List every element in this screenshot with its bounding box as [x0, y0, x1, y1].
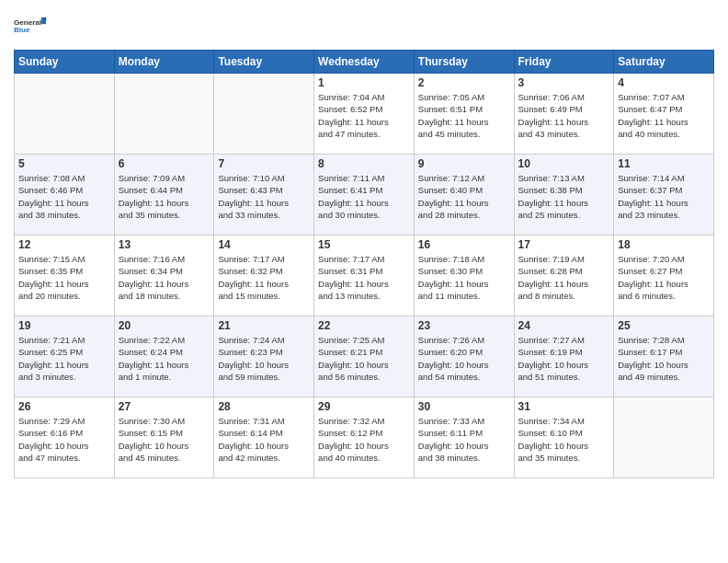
- day-number: 25: [618, 319, 710, 332]
- day-info: Sunrise: 7:34 AM Sunset: 6:10 PM Dayligh…: [518, 415, 610, 464]
- day-number: 26: [18, 400, 110, 413]
- calendar-week-row: 19Sunrise: 7:21 AM Sunset: 6:25 PM Dayli…: [15, 316, 714, 397]
- day-number: 30: [418, 400, 510, 413]
- day-number: 23: [418, 319, 510, 332]
- day-number: 22: [318, 319, 410, 332]
- day-number: 16: [418, 238, 510, 251]
- table-row: 1Sunrise: 7:04 AM Sunset: 6:52 PM Daylig…: [314, 74, 415, 155]
- table-row: 9Sunrise: 7:12 AM Sunset: 6:40 PM Daylig…: [414, 155, 514, 236]
- day-info: Sunrise: 7:04 AM Sunset: 6:52 PM Dayligh…: [318, 91, 410, 140]
- day-info: Sunrise: 7:17 AM Sunset: 6:32 PM Dayligh…: [218, 253, 310, 302]
- header-monday: Monday: [114, 51, 214, 74]
- table-row: 28Sunrise: 7:31 AM Sunset: 6:14 PM Dayli…: [214, 397, 314, 478]
- day-number: 7: [218, 157, 310, 170]
- table-row: [614, 397, 714, 478]
- day-info: Sunrise: 7:30 AM Sunset: 6:15 PM Dayligh…: [119, 415, 210, 464]
- day-number: 5: [18, 157, 110, 170]
- header-saturday: Saturday: [614, 51, 714, 74]
- table-row: 22Sunrise: 7:25 AM Sunset: 6:21 PM Dayli…: [314, 316, 415, 397]
- table-row: 27Sunrise: 7:30 AM Sunset: 6:15 PM Dayli…: [114, 397, 214, 478]
- header-friday: Friday: [514, 51, 614, 74]
- calendar-table: Sunday Monday Tuesday Wednesday Thursday…: [14, 50, 714, 478]
- day-number: 18: [618, 238, 710, 251]
- day-number: 21: [218, 319, 310, 332]
- day-info: Sunrise: 7:26 AM Sunset: 6:20 PM Dayligh…: [418, 334, 510, 383]
- table-row: 8Sunrise: 7:11 AM Sunset: 6:41 PM Daylig…: [314, 155, 415, 236]
- day-info: Sunrise: 7:29 AM Sunset: 6:16 PM Dayligh…: [18, 415, 110, 464]
- header-tuesday: Tuesday: [214, 51, 314, 74]
- calendar-week-row: 1Sunrise: 7:04 AM Sunset: 6:52 PM Daylig…: [15, 74, 714, 155]
- svg-text:General: General: [14, 18, 41, 27]
- day-info: Sunrise: 7:24 AM Sunset: 6:23 PM Dayligh…: [218, 334, 310, 383]
- table-row: 15Sunrise: 7:17 AM Sunset: 6:31 PM Dayli…: [314, 236, 415, 316]
- day-info: Sunrise: 7:15 AM Sunset: 6:35 PM Dayligh…: [18, 253, 110, 302]
- day-number: 2: [418, 76, 510, 89]
- day-info: Sunrise: 7:11 AM Sunset: 6:41 PM Dayligh…: [318, 172, 410, 221]
- day-number: 13: [119, 238, 210, 251]
- day-info: Sunrise: 7:22 AM Sunset: 6:24 PM Dayligh…: [119, 334, 210, 383]
- day-info: Sunrise: 7:13 AM Sunset: 6:38 PM Dayligh…: [518, 172, 610, 221]
- day-info: Sunrise: 7:32 AM Sunset: 6:12 PM Dayligh…: [318, 415, 410, 464]
- table-row: 26Sunrise: 7:29 AM Sunset: 6:16 PM Dayli…: [15, 397, 115, 478]
- day-info: Sunrise: 7:09 AM Sunset: 6:44 PM Dayligh…: [119, 172, 210, 221]
- table-row: 6Sunrise: 7:09 AM Sunset: 6:44 PM Daylig…: [114, 155, 214, 236]
- table-row: 21Sunrise: 7:24 AM Sunset: 6:23 PM Dayli…: [214, 316, 314, 397]
- table-row: 3Sunrise: 7:06 AM Sunset: 6:49 PM Daylig…: [514, 74, 614, 155]
- day-info: Sunrise: 7:31 AM Sunset: 6:14 PM Dayligh…: [218, 415, 310, 464]
- day-number: 12: [18, 238, 110, 251]
- table-row: 23Sunrise: 7:26 AM Sunset: 6:20 PM Dayli…: [414, 316, 514, 397]
- table-row: 5Sunrise: 7:08 AM Sunset: 6:46 PM Daylig…: [15, 155, 115, 236]
- day-number: 9: [418, 157, 510, 170]
- day-number: 20: [119, 319, 210, 332]
- day-number: 28: [218, 400, 310, 413]
- table-row: 12Sunrise: 7:15 AM Sunset: 6:35 PM Dayli…: [15, 236, 115, 316]
- table-row: 18Sunrise: 7:20 AM Sunset: 6:27 PM Dayli…: [614, 236, 714, 316]
- calendar-week-row: 26Sunrise: 7:29 AM Sunset: 6:16 PM Dayli…: [15, 397, 714, 478]
- day-number: 3: [518, 76, 610, 89]
- table-row: 10Sunrise: 7:13 AM Sunset: 6:38 PM Dayli…: [514, 155, 614, 236]
- day-info: Sunrise: 7:18 AM Sunset: 6:30 PM Dayligh…: [418, 253, 510, 302]
- day-number: 4: [618, 76, 710, 89]
- day-info: Sunrise: 7:14 AM Sunset: 6:37 PM Dayligh…: [618, 172, 710, 221]
- day-info: Sunrise: 7:28 AM Sunset: 6:17 PM Dayligh…: [618, 334, 710, 383]
- table-row: 30Sunrise: 7:33 AM Sunset: 6:11 PM Dayli…: [414, 397, 514, 478]
- calendar-header-row: Sunday Monday Tuesday Wednesday Thursday…: [15, 51, 714, 74]
- day-info: Sunrise: 7:33 AM Sunset: 6:11 PM Dayligh…: [418, 415, 510, 464]
- day-number: 24: [518, 319, 610, 332]
- day-number: 29: [318, 400, 410, 413]
- day-info: Sunrise: 7:27 AM Sunset: 6:19 PM Dayligh…: [518, 334, 610, 383]
- svg-text:Blue: Blue: [14, 26, 30, 34]
- day-info: Sunrise: 7:25 AM Sunset: 6:21 PM Dayligh…: [318, 334, 410, 383]
- day-number: 10: [518, 157, 610, 170]
- table-row: 4Sunrise: 7:07 AM Sunset: 6:47 PM Daylig…: [614, 74, 714, 155]
- table-row: 31Sunrise: 7:34 AM Sunset: 6:10 PM Dayli…: [514, 397, 614, 478]
- day-info: Sunrise: 7:07 AM Sunset: 6:47 PM Dayligh…: [618, 91, 710, 140]
- day-number: 15: [318, 238, 410, 251]
- table-row: 11Sunrise: 7:14 AM Sunset: 6:37 PM Dayli…: [614, 155, 714, 236]
- day-info: Sunrise: 7:10 AM Sunset: 6:43 PM Dayligh…: [218, 172, 310, 221]
- table-row: 13Sunrise: 7:16 AM Sunset: 6:34 PM Dayli…: [114, 236, 214, 316]
- table-row: 29Sunrise: 7:32 AM Sunset: 6:12 PM Dayli…: [314, 397, 415, 478]
- table-row: 20Sunrise: 7:22 AM Sunset: 6:24 PM Dayli…: [114, 316, 214, 397]
- day-info: Sunrise: 7:19 AM Sunset: 6:28 PM Dayligh…: [518, 253, 610, 302]
- day-number: 31: [518, 400, 610, 413]
- table-row: [214, 74, 314, 155]
- table-row: [114, 74, 214, 155]
- calendar-week-row: 12Sunrise: 7:15 AM Sunset: 6:35 PM Dayli…: [15, 236, 714, 316]
- table-row: 19Sunrise: 7:21 AM Sunset: 6:25 PM Dayli…: [15, 316, 115, 397]
- day-number: 19: [18, 319, 110, 332]
- table-row: 7Sunrise: 7:10 AM Sunset: 6:43 PM Daylig…: [214, 155, 314, 236]
- day-number: 1: [318, 76, 410, 89]
- day-number: 14: [218, 238, 310, 251]
- table-row: 24Sunrise: 7:27 AM Sunset: 6:19 PM Dayli…: [514, 316, 614, 397]
- day-number: 8: [318, 157, 410, 170]
- day-number: 27: [119, 400, 210, 413]
- header-wednesday: Wednesday: [314, 51, 415, 74]
- day-info: Sunrise: 7:06 AM Sunset: 6:49 PM Dayligh…: [518, 91, 610, 140]
- table-row: [15, 74, 115, 155]
- day-number: 17: [518, 238, 610, 251]
- logo: General Blue: [14, 9, 47, 42]
- day-info: Sunrise: 7:17 AM Sunset: 6:31 PM Dayligh…: [318, 253, 410, 302]
- table-row: 17Sunrise: 7:19 AM Sunset: 6:28 PM Dayli…: [514, 236, 614, 316]
- day-info: Sunrise: 7:08 AM Sunset: 6:46 PM Dayligh…: [18, 172, 110, 221]
